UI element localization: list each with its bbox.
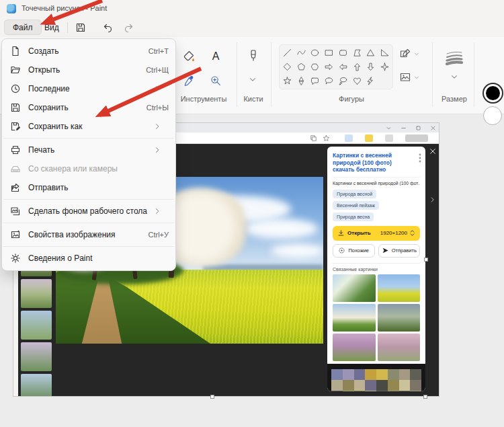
magnifier-tool-button[interactable] xyxy=(206,71,226,91)
shape-five-point-star[interactable] xyxy=(280,74,294,88)
fill-icon xyxy=(182,50,196,63)
resolution-dropdown-icon[interactable] xyxy=(409,229,415,237)
canvas-resize-handle-bottom[interactable] xyxy=(210,395,214,399)
size-button[interactable] xyxy=(444,48,465,68)
tag-chip[interactable]: Природа весна xyxy=(333,212,374,221)
canvas-resize-handle-corner[interactable] xyxy=(423,395,427,399)
shape-four-point-star[interactable] xyxy=(378,60,392,74)
text-tool-button[interactable]: A xyxy=(206,46,226,67)
mosaic-cell xyxy=(331,369,343,380)
image-properties-icon xyxy=(10,229,21,240)
mosaic-cell xyxy=(343,391,354,391)
undo-button[interactable] xyxy=(98,20,117,35)
menu-item-1[interactable]: ОткрытьCtrl+Щ xyxy=(2,61,175,79)
tag-chip[interactable]: Природа весной xyxy=(333,190,376,198)
menu-shortcut: Ctrl+Щ xyxy=(146,66,169,74)
gear-icon xyxy=(10,253,21,264)
next-image-icon[interactable] xyxy=(429,195,436,204)
open-image-button[interactable]: Открыть 1920×1200 xyxy=(333,226,420,241)
extension-icon[interactable] xyxy=(345,134,353,142)
menu-item-label: Сохранить как xyxy=(28,122,153,131)
shape-arrow-down[interactable] xyxy=(364,60,378,74)
shape-rectangle[interactable] xyxy=(322,46,336,60)
shapes-group-label: Фигуры xyxy=(318,95,385,103)
mosaic-cell xyxy=(365,369,376,380)
kebab-menu-icon[interactable] xyxy=(419,153,421,163)
shape-pentagon[interactable] xyxy=(294,60,308,74)
mosaic-cell xyxy=(376,380,388,391)
menu-item-5[interactable]: Печать xyxy=(2,141,175,159)
filmstrip-thumbnail[interactable] xyxy=(21,311,52,340)
share-button[interactable]: Отправить xyxy=(378,244,421,258)
shape-six-point-star[interactable] xyxy=(294,74,308,88)
new-file-icon xyxy=(10,46,21,56)
viewer-close-icon[interactable] xyxy=(429,147,437,155)
shape-fill-button[interactable] xyxy=(399,71,420,83)
similar-button[interactable]: Похожие xyxy=(333,244,375,258)
shape-diamond[interactable] xyxy=(280,60,294,74)
shape-line[interactable] xyxy=(280,46,294,60)
menu-item-2[interactable]: Последние xyxy=(2,79,175,98)
size-dropdown[interactable] xyxy=(450,72,459,81)
menu-item-9[interactable]: Свойства изображенияCtrl+У xyxy=(2,225,175,244)
extension-icon[interactable] xyxy=(405,134,428,142)
maximize-icon xyxy=(412,124,424,131)
shape-rounded-callout[interactable] xyxy=(308,74,323,88)
file-menu: СоздатьCtrl+TОткрытьCtrl+ЩПоследниеСохра… xyxy=(1,38,176,271)
tag-chip[interactable]: Весенний пейзаж xyxy=(333,201,379,210)
shape-cloud-callout[interactable] xyxy=(336,74,350,88)
brushes-button[interactable] xyxy=(243,48,263,68)
filmstrip-thumbnail[interactable] xyxy=(21,342,52,371)
window-title: Точечный рисунок - Paint xyxy=(22,4,107,12)
mosaic-cell xyxy=(365,380,376,391)
shape-arrow-right[interactable] xyxy=(322,60,336,74)
shape-arrow-up[interactable] xyxy=(350,60,364,74)
extension-icon[interactable] xyxy=(365,134,373,142)
filmstrip-thumbnail[interactable] xyxy=(21,374,52,396)
chevron-down-icon xyxy=(248,75,257,84)
shape-triangle[interactable] xyxy=(364,46,378,60)
shape-arrow-left[interactable] xyxy=(336,60,350,74)
mosaic-cell xyxy=(388,391,399,391)
menu-item-10[interactable]: Сведения о Paint xyxy=(2,249,175,268)
shape-outline-button[interactable] xyxy=(399,48,420,60)
related-image-thumbnail[interactable] xyxy=(378,334,421,361)
menu-item-8[interactable]: Сделать фоном рабочего стола xyxy=(2,202,175,221)
related-image-thumbnail[interactable] xyxy=(333,334,376,361)
shape-hexagon[interactable] xyxy=(308,60,323,74)
brushes-dropdown[interactable] xyxy=(248,75,257,84)
menu-item-7[interactable]: Отправить xyxy=(2,178,175,197)
mosaic-cell xyxy=(331,380,343,391)
color1-swatch[interactable] xyxy=(482,83,503,104)
filmstrip-thumbnail[interactable] xyxy=(21,279,52,308)
shape-ellipse[interactable] xyxy=(308,46,323,60)
menu-item-3[interactable]: СохранитьCtrl+Ы xyxy=(2,98,175,117)
printer-icon xyxy=(10,145,21,155)
menu-item-0[interactable]: СоздатьCtrl+T xyxy=(2,42,175,61)
shape-polygon[interactable] xyxy=(350,46,364,60)
related-image-thumbnail[interactable] xyxy=(378,304,421,332)
shape-curve[interactable] xyxy=(294,46,308,60)
eyedropper-icon xyxy=(182,74,196,87)
shape-heart[interactable] xyxy=(350,74,364,88)
related-image-thumbnail[interactable] xyxy=(333,304,376,332)
fill-tool-button[interactable] xyxy=(179,46,199,67)
related-image-thumbnail[interactable] xyxy=(378,274,421,302)
shape-oval-callout[interactable] xyxy=(322,74,336,88)
menu-view-button[interactable]: Вид xyxy=(36,20,67,35)
submenu-chevron-icon xyxy=(153,146,161,154)
redo-button[interactable] xyxy=(120,20,138,35)
shape-right-triangle[interactable] xyxy=(378,46,392,60)
canvas-resize-handle-right[interactable] xyxy=(424,258,428,262)
eyedropper-tool-button[interactable] xyxy=(179,71,199,91)
related-image-thumbnail[interactable] xyxy=(333,274,376,302)
tools-group-label: Инструменты xyxy=(168,95,239,103)
save-button[interactable] xyxy=(71,20,90,35)
menu-item-4[interactable]: Сохранить как xyxy=(2,117,175,136)
shape-rounded-rectangle[interactable] xyxy=(336,46,350,60)
image-title-link[interactable]: Картинки с весенней природой (100 фото) … xyxy=(333,152,415,173)
extension-icon[interactable] xyxy=(385,134,393,142)
shape-lightning[interactable] xyxy=(364,74,378,88)
color2-swatch[interactable] xyxy=(483,106,502,125)
redo-icon xyxy=(124,22,134,33)
